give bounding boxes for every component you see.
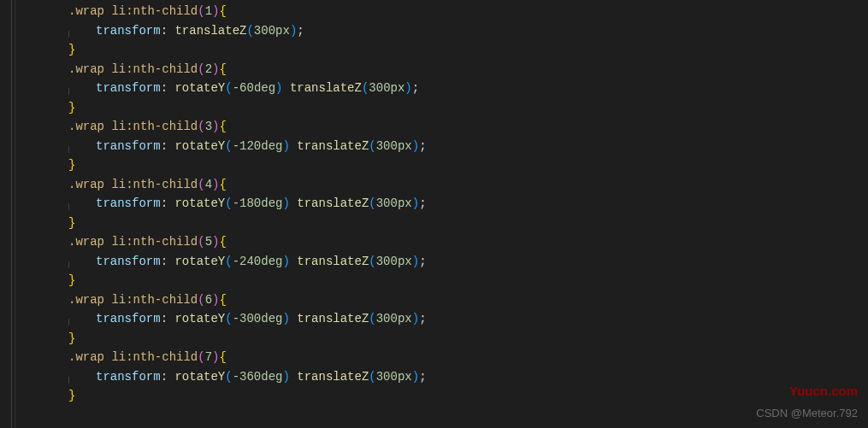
css-selector-line: .wrap li:nth-child(5){	[41, 232, 427, 252]
css-declaration-line: transform: rotateY(-180deg) translateZ(3…	[41, 194, 427, 214]
css-close-brace: }	[41, 214, 427, 233]
css-declaration-line: transform: rotateY(-120deg) translateZ(3…	[41, 137, 427, 156]
css-selector-line: .wrap li:nth-child(7){	[41, 348, 427, 367]
css-selector-line: .wrap li:nth-child(1){	[41, 2, 427, 21]
css-declaration-line: transform: rotateY(-240deg) translateZ(3…	[41, 252, 427, 272]
css-close-brace: }	[41, 386, 427, 406]
editor-gutter	[0, 0, 15, 428]
css-selector-line: .wrap li:nth-child(6){	[41, 290, 427, 310]
css-close-brace: }	[41, 329, 427, 349]
css-close-brace: }	[41, 98, 427, 118]
code-editor[interactable]: .wrap li:nth-child(1){transform: transla…	[0, 0, 868, 428]
css-selector-line: .wrap li:nth-child(2){	[41, 60, 427, 79]
code-content[interactable]: .wrap li:nth-child(1){transform: transla…	[15, 0, 427, 428]
css-declaration-line: transform: rotateY(-300deg) translateZ(3…	[41, 309, 427, 329]
css-declaration-line: transform: translateZ(300px);	[41, 21, 427, 41]
css-selector-line: .wrap li:nth-child(4){	[41, 175, 427, 195]
watermark-yuucn: Yuucn.com	[789, 382, 858, 402]
css-close-brace: }	[41, 271, 427, 290]
watermark-csdn: CSDN @Meteor.792	[756, 404, 858, 424]
css-close-brace: }	[41, 40, 427, 60]
css-selector-line: .wrap li:nth-child(3){	[41, 117, 427, 137]
css-close-brace: }	[41, 155, 427, 175]
css-declaration-line: transform: rotateY(-360deg) translateZ(3…	[41, 367, 427, 387]
css-declaration-line: transform: rotateY(-60deg) translateZ(30…	[41, 79, 427, 98]
